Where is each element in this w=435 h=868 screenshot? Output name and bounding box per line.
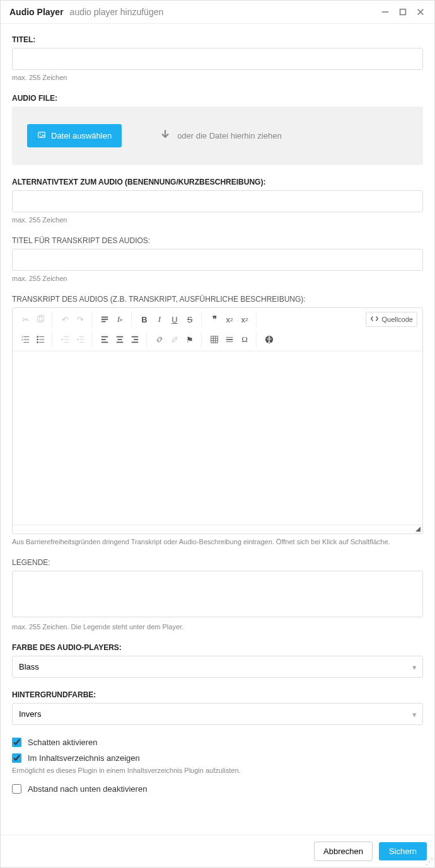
audiofile-label: Audio File: <box>12 94 423 103</box>
svg-point-16 <box>37 336 38 338</box>
source-code-button[interactable]: Quellcode <box>366 312 417 327</box>
alt-hint: max. 255 Zeichen <box>12 216 423 224</box>
save-button[interactable]: Sichern <box>379 842 427 860</box>
choose-file-label: Datei auswählen <box>51 131 112 140</box>
dialog-subtitle: audio player hinzufügen <box>70 7 164 17</box>
titel-input[interactable] <box>12 48 423 70</box>
hr-icon[interactable] <box>222 332 237 347</box>
rte-content-area[interactable] <box>13 351 422 525</box>
abstand-checkbox[interactable] <box>12 784 21 794</box>
unordered-list-icon[interactable] <box>33 332 48 347</box>
inhaltsverzeichnis-hint: Ermöglicht es dieses Plugin in einem Inh… <box>12 767 423 774</box>
dialog-content: Titel: max. 255 Zeichen Audio File: Date… <box>1 24 434 835</box>
svg-rect-1 <box>400 9 406 15</box>
transcript-hint: Aus Barrierefreiheitsgründen dringend Tr… <box>12 538 423 545</box>
legende-input[interactable] <box>12 571 423 617</box>
transtitle-label: Titel für Transkript des Audios: <box>12 236 423 245</box>
special-char-icon[interactable]: Ω <box>237 332 252 347</box>
dialog-title: Audio Player <box>9 7 64 17</box>
align-left-icon[interactable] <box>97 332 112 347</box>
abstand-label: Abstand nach unten deaktivieren <box>28 784 147 794</box>
format-icon[interactable] <box>97 312 112 327</box>
schatten-label: Schatten aktivieren <box>28 738 98 747</box>
inhaltsverzeichnis-label: Im Inhaltsverzeichnis anzeigen <box>28 753 140 763</box>
subscript-icon[interactable]: x2 <box>222 312 237 327</box>
svg-point-17 <box>37 339 38 341</box>
legende-hint: max. 255 Zeichen. Die Legende steht unte… <box>12 623 423 631</box>
copy-icon[interactable] <box>33 312 48 327</box>
redo-icon[interactable]: ↷ <box>72 312 88 327</box>
transtitle-hint: max. 255 Zeichen <box>12 275 423 282</box>
svg-point-47 <box>269 336 270 338</box>
svg-rect-8 <box>102 317 108 318</box>
svg-rect-10 <box>102 321 106 323</box>
close-icon[interactable] <box>415 7 426 17</box>
alt-input[interactable] <box>12 190 423 212</box>
ordered-list-icon[interactable]: 12 <box>18 332 33 347</box>
svg-point-18 <box>37 341 38 343</box>
drag-hint: oder die Datei hierhin ziehen <box>160 129 282 142</box>
rte-resize-handle[interactable] <box>13 525 422 534</box>
rte-toolbar: ✂ ↶ ↷ Ix B I U S <box>13 308 422 351</box>
transtitle-input[interactable] <box>12 249 423 271</box>
maximize-icon[interactable] <box>398 7 408 17</box>
hintergrund-select[interactable]: Invers <box>12 703 423 725</box>
svg-rect-38 <box>211 336 218 343</box>
accessibility-icon[interactable] <box>262 332 277 347</box>
farbe-label: Farbe des Audio-Players: <box>12 643 423 652</box>
inhaltsverzeichnis-checkbox[interactable] <box>12 753 21 763</box>
image-icon <box>37 130 46 141</box>
code-icon <box>370 314 379 324</box>
hintergrund-label: Hintergrundfarbe: <box>12 690 423 699</box>
outdent-icon[interactable] <box>57 332 72 347</box>
table-icon[interactable] <box>207 332 222 347</box>
resize-corner-icon[interactable]: ⋰ <box>426 857 433 866</box>
titel-label: Titel: <box>12 35 423 44</box>
bold-icon[interactable]: B <box>137 312 152 327</box>
alt-label: Alternativtext zum Audio (Benennung/Kurz… <box>12 178 423 186</box>
dialog-footer: Abbrechen Sichern ⋰ <box>1 835 434 867</box>
underline-icon[interactable]: U <box>167 312 182 327</box>
minimize-icon[interactable] <box>380 7 390 17</box>
rich-text-editor: Quellcode ✂ ↶ ↷ Ix <box>12 307 423 534</box>
legende-label: Legende: <box>12 558 423 567</box>
svg-text:2: 2 <box>21 338 23 341</box>
transcript-label: Transkript des Audios (z.B. Transkript, … <box>12 295 423 304</box>
schatten-checkbox[interactable] <box>12 738 21 747</box>
titlebar: Audio Player audio player hinzufügen <box>1 1 434 24</box>
italic-icon[interactable]: I <box>152 312 167 327</box>
link-icon[interactable] <box>152 332 167 347</box>
svg-rect-9 <box>102 319 108 320</box>
remove-format-icon[interactable]: Ix <box>112 312 127 327</box>
align-center-icon[interactable] <box>112 332 127 347</box>
farbe-select[interactable]: Blass <box>12 656 423 678</box>
svg-point-5 <box>40 134 41 135</box>
align-right-icon[interactable] <box>127 332 142 347</box>
arrow-down-icon <box>160 129 171 142</box>
audio-player-dialog: Audio Player audio player hinzufügen Tit… <box>0 0 435 868</box>
anchor-icon[interactable]: ⚑ <box>182 332 197 347</box>
cancel-button[interactable]: Abbrechen <box>314 842 373 861</box>
cut-icon[interactable]: ✂ <box>18 312 33 327</box>
titel-hint: max. 255 Zeichen <box>12 74 423 81</box>
choose-file-button[interactable]: Datei auswählen <box>27 124 122 147</box>
quote-icon[interactable]: ❞ <box>207 312 222 327</box>
superscript-icon[interactable]: x2 <box>237 312 252 327</box>
strike-icon[interactable]: S <box>182 312 197 327</box>
unlink-icon[interactable] <box>167 332 182 347</box>
undo-icon[interactable]: ↶ <box>57 312 72 327</box>
upload-dropzone[interactable]: Datei auswählen oder die Datei hierhin z… <box>12 106 423 165</box>
indent-icon[interactable] <box>72 332 88 347</box>
